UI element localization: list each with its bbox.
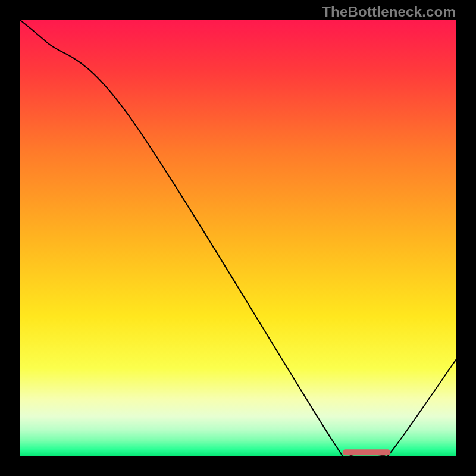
optimal-region-marker xyxy=(343,449,391,455)
watermark-text: TheBottleneck.com xyxy=(322,4,456,20)
chart-frame: TheBottleneck.com xyxy=(0,0,476,476)
chart-plot-area xyxy=(20,20,456,456)
gradient-background xyxy=(20,20,456,456)
chart-svg xyxy=(20,20,456,456)
